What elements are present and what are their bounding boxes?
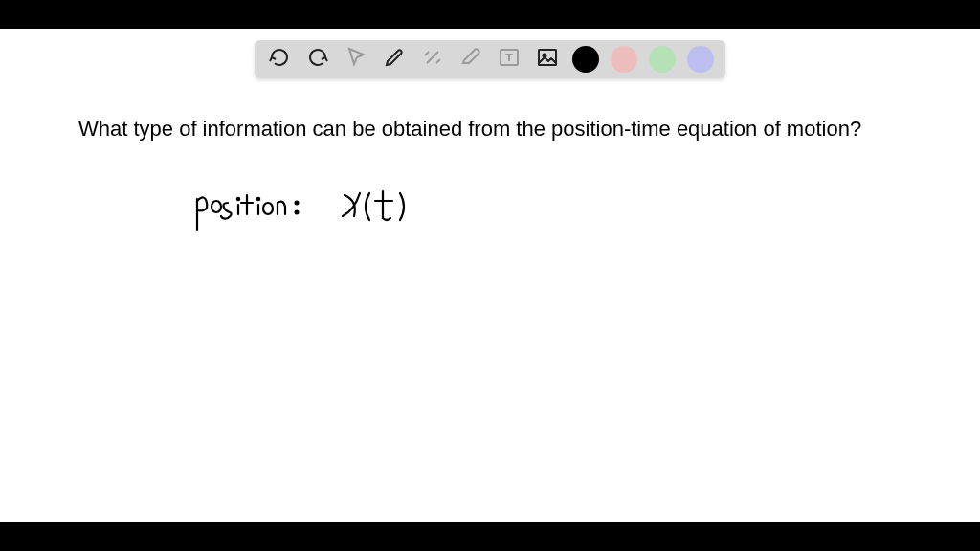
- pen-button[interactable]: [381, 46, 408, 73]
- redo-icon: [306, 46, 329, 73]
- pointer-button[interactable]: [343, 46, 369, 73]
- color-swatch-purple[interactable]: [687, 46, 714, 73]
- eraser-button[interactable]: [457, 46, 484, 73]
- svg-point-4: [212, 201, 221, 212]
- svg-point-12: [296, 202, 299, 205]
- tools-button[interactable]: [419, 46, 446, 73]
- text-button[interactable]: [496, 46, 523, 73]
- question-text: What type of information can be obtained…: [78, 117, 861, 142]
- video-letterbox: What type of information can be obtained…: [0, 0, 980, 551]
- handwritten-content: [191, 182, 440, 239]
- image-icon: [536, 46, 559, 73]
- svg-rect-1: [539, 50, 556, 65]
- svg-point-13: [296, 211, 299, 214]
- color-swatch-green[interactable]: [649, 46, 676, 73]
- text-box-icon: [498, 46, 521, 73]
- tools-icon: [421, 46, 444, 73]
- svg-point-6: [237, 198, 239, 200]
- pen-icon: [383, 46, 406, 73]
- undo-button[interactable]: [266, 46, 293, 73]
- whiteboard-canvas[interactable]: What type of information can be obtained…: [0, 29, 980, 522]
- svg-point-11: [263, 203, 273, 214]
- color-swatch-black[interactable]: [572, 46, 599, 73]
- undo-icon: [268, 46, 291, 73]
- pointer-icon: [345, 46, 368, 73]
- eraser-icon: [459, 46, 482, 73]
- drawing-toolbar: [255, 40, 725, 78]
- redo-button[interactable]: [304, 46, 331, 73]
- image-button[interactable]: [534, 46, 561, 73]
- svg-point-10: [257, 198, 259, 200]
- color-swatch-pink[interactable]: [611, 46, 637, 73]
